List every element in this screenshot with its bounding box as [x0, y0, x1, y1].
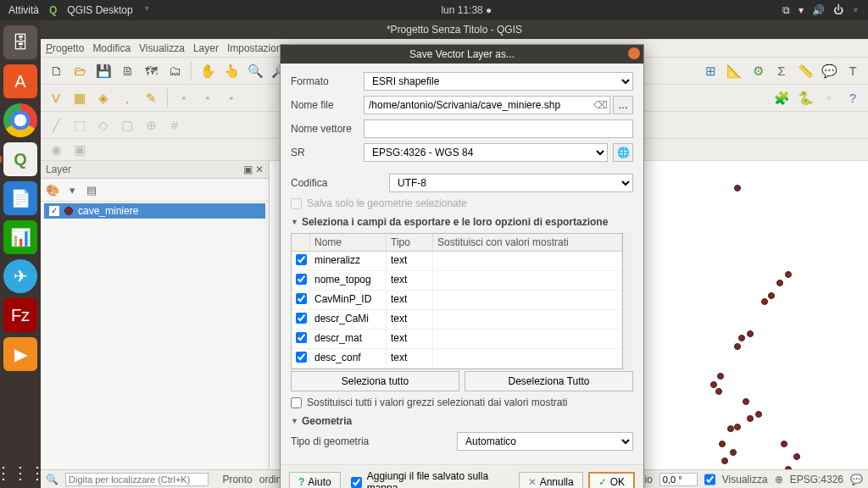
- network-icon[interactable]: ▾: [798, 4, 804, 16]
- locator-input[interactable]: [65, 473, 209, 486]
- col-tipo[interactable]: Tipo: [387, 234, 433, 251]
- expand-icon[interactable]: ▤: [83, 181, 100, 198]
- table-row[interactable]: descr_mat text: [292, 330, 622, 349]
- fields-scrollbar[interactable]: [623, 233, 633, 369]
- sr-picker-button[interactable]: 🌐: [613, 143, 633, 162]
- codifica-select[interactable]: UTF-8: [389, 174, 633, 192]
- launcher-files[interactable]: 🗄: [3, 25, 37, 59]
- launcher-writer[interactable]: 📄: [3, 181, 37, 215]
- launcher-qgis[interactable]: Q: [3, 142, 37, 176]
- replace-raw-checkbox[interactable]: [291, 397, 302, 408]
- menu-layer[interactable]: Layer: [193, 42, 219, 54]
- layout-mgr-icon[interactable]: 🗂: [164, 61, 185, 81]
- launcher-telegram[interactable]: ✈: [3, 259, 37, 293]
- tool-a-icon[interactable]: ⚙: [748, 61, 768, 81]
- nomefile-input[interactable]: [364, 96, 610, 114]
- zoom-in-icon[interactable]: 🔍: [245, 61, 265, 81]
- panel-close-icon[interactable]: ✕: [255, 164, 264, 175]
- col-sost[interactable]: Sostituisci con valori mostrati: [433, 234, 622, 251]
- launcher-vlc[interactable]: ▶: [3, 337, 37, 371]
- nomevettore-input[interactable]: [364, 119, 633, 138]
- section-geom-toggle-icon[interactable]: ▼: [291, 417, 298, 425]
- panel-undock-icon[interactable]: ▣: [243, 164, 253, 175]
- sigma-icon[interactable]: Σ: [771, 61, 792, 81]
- sr-select[interactable]: EPSG:4326 - WGS 84: [364, 143, 608, 162]
- saveas-icon[interactable]: 🗎: [117, 61, 137, 81]
- add-csv-icon[interactable]: ,: [117, 88, 137, 108]
- dialog-close-icon[interactable]: [628, 47, 640, 59]
- launcher-apps-grid[interactable]: ⋮⋮⋮: [0, 463, 46, 483]
- pan-icon[interactable]: ✋: [198, 61, 218, 81]
- field-replace[interactable]: [433, 271, 622, 290]
- crs-icon[interactable]: ⊕: [775, 474, 783, 485]
- layer-visibility-checkbox[interactable]: ✓: [49, 206, 59, 216]
- field-checkbox[interactable]: [296, 293, 307, 304]
- layer-item[interactable]: ✓ cave_miniere: [44, 203, 265, 219]
- activities-label[interactable]: Attività: [8, 4, 39, 16]
- dropbox-icon[interactable]: ⧉: [782, 4, 790, 16]
- search-icon[interactable]: 🔍: [46, 474, 58, 485]
- tipogeom-select[interactable]: Automatico: [457, 432, 633, 451]
- menu-visualizza[interactable]: Visualizza: [139, 42, 185, 54]
- menu-modifica[interactable]: Modifica: [92, 42, 131, 54]
- add-mesh-icon[interactable]: ◈: [93, 88, 114, 108]
- table-row[interactable]: desc_conf text: [292, 349, 622, 369]
- menu-progetto[interactable]: PProgettorogetto: [46, 42, 84, 54]
- power-icon[interactable]: ⏻: [833, 4, 843, 16]
- text-icon[interactable]: T: [843, 61, 863, 81]
- help-icon[interactable]: ?: [843, 88, 863, 108]
- system-menu-chevron-icon[interactable]: ▼: [852, 6, 860, 14]
- col-nome[interactable]: Nome: [310, 234, 387, 251]
- table-row[interactable]: nome_topog text: [292, 271, 622, 291]
- save-icon[interactable]: 💾: [93, 61, 114, 81]
- clear-file-icon[interactable]: ⌫: [593, 99, 608, 111]
- crs-label[interactable]: EPSG:4326: [790, 474, 843, 485]
- field-replace[interactable]: [433, 291, 622, 309]
- launcher-software[interactable]: A: [3, 64, 37, 98]
- add-raster-icon[interactable]: ▦: [70, 88, 90, 108]
- section-fields-toggle-icon[interactable]: ▼: [291, 218, 298, 226]
- field-checkbox[interactable]: [296, 332, 307, 343]
- ok-button[interactable]: ✓OK: [588, 472, 635, 488]
- launcher-filezilla[interactable]: Fz: [3, 298, 37, 332]
- browse-file-button[interactable]: …: [613, 96, 633, 114]
- log-icon[interactable]: 💬: [850, 474, 863, 485]
- add-vector-icon[interactable]: V: [46, 88, 66, 108]
- table-row[interactable]: descr_CaMi text: [292, 310, 622, 330]
- python-icon[interactable]: 🐍: [795, 88, 815, 108]
- select-all-button[interactable]: Seleziona tutto: [291, 371, 459, 391]
- field-replace[interactable]: [433, 349, 622, 368]
- clock-label[interactable]: lun 11:38: [441, 4, 482, 16]
- attr-table-icon[interactable]: ⊞: [700, 61, 721, 81]
- pan-sel-icon[interactable]: 👆: [221, 61, 242, 81]
- app-menu-chevron-icon[interactable]: ▼: [143, 4, 151, 16]
- help-button[interactable]: ?Aiuto: [289, 472, 341, 488]
- addmap-checkbox[interactable]: [351, 477, 362, 488]
- field-checkbox[interactable]: [296, 313, 307, 324]
- layout-icon[interactable]: 🗺: [141, 61, 161, 81]
- measure-icon[interactable]: 📏: [795, 61, 815, 81]
- new-project-icon[interactable]: 🗋: [46, 61, 66, 81]
- field-replace[interactable]: [433, 310, 622, 329]
- field-checkbox[interactable]: [296, 254, 307, 265]
- open-project-icon[interactable]: 🗁: [70, 61, 90, 81]
- menu-impostazioni[interactable]: Impostazioni: [227, 42, 284, 54]
- plugins-icon[interactable]: 🧩: [771, 88, 792, 108]
- filter-icon[interactable]: ▾: [64, 181, 81, 198]
- new-layer-icon[interactable]: ✎: [141, 88, 161, 108]
- rot-input[interactable]: [659, 473, 698, 486]
- formato-select[interactable]: ESRI shapefile: [364, 72, 633, 91]
- render-checkbox[interactable]: [704, 473, 715, 486]
- launcher-chrome[interactable]: [3, 103, 37, 137]
- tips-icon[interactable]: 💬: [819, 61, 839, 81]
- style-mgr-icon[interactable]: 🎨: [44, 181, 61, 198]
- field-checkbox[interactable]: [296, 274, 307, 285]
- volume-icon[interactable]: 🔊: [812, 4, 825, 16]
- launcher-calc[interactable]: 📊: [3, 220, 37, 254]
- cancel-button[interactable]: ✕Annulla: [519, 472, 583, 488]
- table-row[interactable]: CavMinP_ID text: [292, 291, 622, 310]
- deselect-all-button[interactable]: Deseleziona Tutto: [465, 371, 633, 391]
- calc-icon[interactable]: 📐: [724, 61, 744, 81]
- table-row[interactable]: mineralizz text: [292, 252, 622, 271]
- field-replace[interactable]: [433, 252, 622, 270]
